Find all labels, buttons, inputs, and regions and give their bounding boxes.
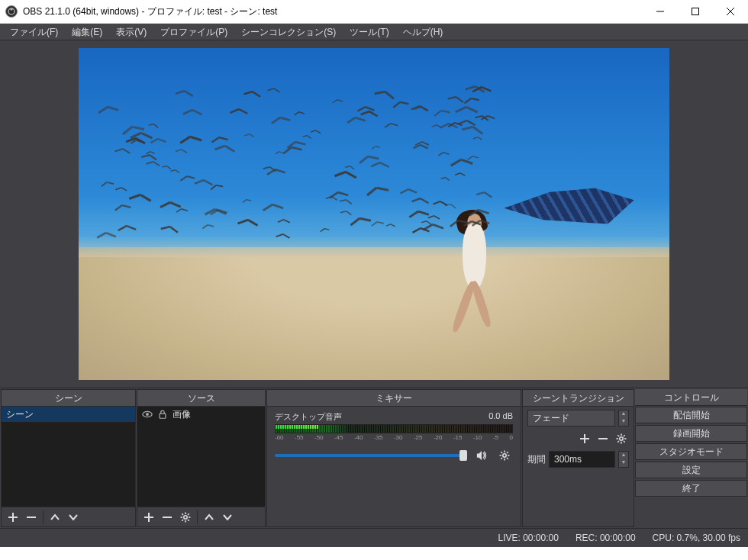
svg-point-11 <box>146 413 149 416</box>
menubar: ファイル(F) 編集(E) 表示(V) プロファイル(P) シーンコレクション(… <box>0 24 748 40</box>
svg-line-31 <box>501 452 502 453</box>
duration-input[interactable]: 300ms <box>549 451 615 468</box>
lock-icon[interactable] <box>157 409 168 420</box>
status-live: LIVE: 00:00:00 <box>498 533 558 543</box>
meter-ticks: -60-55-50-45-40-35-30-25-20-15-10-50 <box>275 434 513 441</box>
source-item[interactable]: 画像 <box>137 407 265 422</box>
menu-edit[interactable]: 編集(E) <box>65 24 109 40</box>
menu-help[interactable]: ヘルプ(H) <box>396 24 450 40</box>
svg-rect-12 <box>160 414 166 418</box>
scene-up-button[interactable] <box>47 509 63 526</box>
studio-mode-button[interactable]: スタジオモード <box>635 443 747 460</box>
speaker-icon[interactable] <box>473 447 490 464</box>
svg-line-23 <box>188 513 189 515</box>
volume-slider[interactable] <box>275 454 467 457</box>
transitions-panel: シーントランジション フェード ▲▼ 期間 300ms ▲▼ <box>522 389 634 527</box>
scene-down-button[interactable] <box>65 509 82 526</box>
start-streaming-button[interactable]: 配信開始 <box>635 407 747 423</box>
statusbar: LIVE: 00:00:00 REC: 00:00:00 CPU: 0.7%, … <box>0 529 748 547</box>
mixer-strip-name: デスクトップ音声 <box>275 411 342 423</box>
settings-button[interactable]: 設定 <box>635 462 747 478</box>
close-button[interactable] <box>713 0 748 24</box>
menu-view[interactable]: 表示(V) <box>109 24 153 40</box>
menu-file[interactable]: ファイル(F) <box>3 24 65 40</box>
add-transition-button[interactable] <box>577 431 592 446</box>
transitions-body: フェード ▲▼ 期間 300ms ▲▼ <box>523 407 634 526</box>
scenes-toolbar <box>2 507 135 526</box>
sources-header: ソース <box>137 390 265 407</box>
preview-area <box>0 40 748 388</box>
audio-meter <box>275 424 513 433</box>
menu-profile[interactable]: プロファイル(P) <box>153 24 234 40</box>
svg-line-44 <box>624 441 625 443</box>
exit-button[interactable]: 終了 <box>635 480 747 497</box>
svg-point-26 <box>503 454 506 457</box>
svg-line-33 <box>507 452 508 453</box>
titlebar: OBS 21.1.0 (64bit, windows) - プロファイル: te… <box>0 0 748 24</box>
sources-list[interactable]: 画像 <box>137 407 265 507</box>
sources-panel: ソース 画像 <box>137 389 266 527</box>
svg-line-24 <box>182 520 183 521</box>
svg-line-32 <box>507 458 508 459</box>
svg-line-43 <box>617 435 619 436</box>
svg-line-46 <box>617 441 619 443</box>
transition-select[interactable]: フェード <box>527 410 615 426</box>
mixer-panel: ミキサー デスクトップ音声 0.0 dB -60-55-50-45-40-35-… <box>266 389 521 527</box>
source-up-button[interactable] <box>201 509 218 526</box>
svg-point-16 <box>184 515 187 518</box>
status-rec: REC: 00:00:00 <box>576 533 636 543</box>
controls-header: コントロール <box>635 389 747 406</box>
add-source-button[interactable] <box>140 509 157 526</box>
window-title: OBS 21.1.0 (64bit, windows) - プロファイル: te… <box>23 5 277 18</box>
obs-icon <box>5 5 18 18</box>
menu-tools[interactable]: ツール(T) <box>343 24 395 40</box>
remove-scene-button[interactable] <box>23 509 40 526</box>
svg-line-21 <box>182 513 183 515</box>
transition-props-button[interactable] <box>614 431 629 446</box>
scene-label: シーン <box>6 408 34 421</box>
mixer-header: ミキサー <box>267 390 521 407</box>
scenes-panel: シーン シーン <box>1 389 136 527</box>
mixer-strip: デスクトップ音声 0.0 dB -60-55-50-45-40-35-30-25… <box>267 407 521 468</box>
minimize-button[interactable] <box>643 0 678 24</box>
svg-marker-25 <box>477 451 482 460</box>
mixer-body: デスクトップ音声 0.0 dB -60-55-50-45-40-35-30-25… <box>267 407 521 526</box>
controls-panel: コントロール 配信開始 録画開始 スタジオモード 設定 終了 <box>635 389 747 527</box>
mixer-settings-button[interactable] <box>496 447 513 464</box>
menu-scenecollection[interactable]: シーンコレクション(S) <box>234 24 343 40</box>
source-down-button[interactable] <box>219 509 236 526</box>
start-recording-button[interactable]: 録画開始 <box>635 425 747 442</box>
remove-transition-button[interactable] <box>595 431 611 446</box>
svg-point-38 <box>620 437 623 440</box>
preview-canvas[interactable] <box>79 48 669 380</box>
add-scene-button[interactable] <box>5 509 21 526</box>
remove-source-button[interactable] <box>159 509 176 526</box>
controls-body: 配信開始 録画開始 スタジオモード 設定 終了 <box>635 406 747 527</box>
transitions-header: シーントランジション <box>523 390 634 407</box>
svg-point-2 <box>11 8 13 11</box>
source-props-button[interactable] <box>177 509 194 526</box>
preview-content <box>79 48 669 380</box>
scenes-header: シーン <box>2 390 135 407</box>
transition-spin[interactable]: ▲▼ <box>618 410 629 426</box>
svg-line-22 <box>188 520 189 521</box>
source-label: 画像 <box>172 408 191 421</box>
maximize-button[interactable] <box>678 0 713 24</box>
duration-spin[interactable]: ▲▼ <box>618 451 629 468</box>
mixer-strip-db: 0.0 dB <box>488 411 513 423</box>
svg-line-45 <box>624 435 625 436</box>
scenes-list[interactable]: シーン <box>2 407 135 507</box>
slider-thumb[interactable] <box>459 450 467 461</box>
svg-rect-4 <box>692 8 699 15</box>
svg-point-0 <box>6 6 18 18</box>
duration-label: 期間 <box>527 453 546 466</box>
status-cpu: CPU: 0.7%, 30.00 fps <box>653 533 740 543</box>
sources-toolbar <box>137 507 265 526</box>
svg-line-34 <box>501 458 502 459</box>
visibility-icon[interactable] <box>142 409 153 420</box>
panels: シーン シーン ソース 画像 <box>0 388 748 529</box>
scene-item[interactable]: シーン <box>2 407 135 422</box>
